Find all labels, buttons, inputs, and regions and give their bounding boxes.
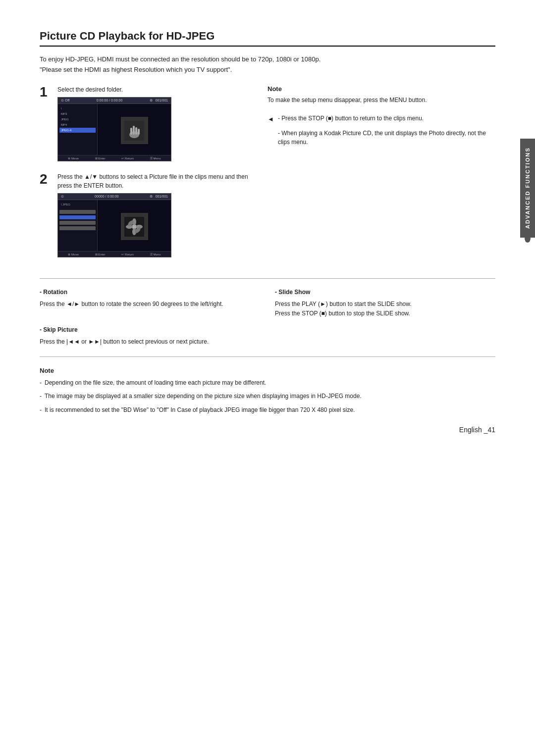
screen-1-main — [98, 104, 171, 157]
bottom-note-item-2: - The image may be displayed at a smalle… — [40, 392, 495, 401]
step-2-block: 2 Press the ▲/▼ buttons to select a Pict… — [40, 172, 253, 257]
screen-2-btn-move: ⊕ Move — [68, 252, 78, 256]
skip-picture-text: Press the |◄◄ or ►►| button to select pr… — [40, 337, 495, 347]
screen-2-nav-label: \ JPEG — [59, 202, 96, 207]
rotation-section: - Rotation Press the ◄/► button to rotat… — [40, 289, 260, 318]
screen-1-bottom-bar: ⊕ Move ⊞ Enter ↩ Return ☰ Menu — [58, 155, 171, 161]
bottom-note-text-1: Depending on the file size, the amount o… — [45, 378, 266, 388]
screen-2-thumbnail — [121, 213, 148, 240]
screen-1-body: \ MP3 JPEG MP4 JPEG-A — [58, 104, 171, 157]
side-tab-text: ADVANCED FUNCTIONS — [525, 148, 531, 229]
screen-1-btn-return: ↩ Return — [121, 156, 134, 160]
slideshow-title: - Slide Show — [275, 289, 495, 296]
screen-2-file-3 — [59, 221, 96, 225]
skip-picture-title: - Skip Picture — [40, 326, 495, 333]
intro-text: To enjoy HD-JPEG, HDMI must be connected… — [40, 54, 495, 75]
main-content: 1 Select the desired folder. ⊙ Off 0:00:… — [40, 85, 495, 268]
note-1-text: To make the setup menu disappear, press … — [268, 96, 495, 105]
svg-rect-3 — [130, 128, 132, 135]
bottom-note-item-3: - It is recommended to set the "BD Wise"… — [40, 405, 495, 415]
step-2-text: Press the ▲/▼ buttons to select a Pictur… — [57, 172, 253, 190]
screen-1-top-bar: ⊙ Off 0:00:00 / 0:00:00 ⚙ 001/001 — [58, 98, 171, 104]
side-tab: ADVANCED FUNCTIONS — [520, 139, 535, 238]
step-1-content: Select the desired folder. ⊙ Off 0:00:00… — [57, 85, 171, 161]
bottom-note-section: Note - Depending on the file size, the a… — [40, 367, 495, 415]
screen-2-body: \ JPEG — [58, 200, 171, 253]
screen-1-nav-jpeg: JPEG — [59, 117, 96, 122]
slideshow-text-1: Press the PLAY (►) button to start the S… — [275, 300, 495, 309]
divider-1 — [40, 278, 495, 279]
screen-2-btn-enter: ⊞ Enter — [95, 252, 106, 256]
bottom-note-dash-3: - — [40, 405, 42, 415]
svg-rect-2 — [133, 126, 135, 135]
screen-1-mockup: ⊙ Off 0:00:00 / 0:00:00 ⚙ 001/001 \ MP3 … — [57, 97, 171, 161]
step-1-block: 1 Select the desired folder. ⊙ Off 0:00:… — [40, 85, 253, 161]
bullet-item-2: ◄ - When playing a Kodak Picture CD, the… — [268, 129, 495, 147]
screen-1-disc-icon: ⊙ Off — [61, 99, 69, 102]
bullet-2-text: - When playing a Kodak Picture CD, the u… — [278, 129, 495, 147]
right-column: Note To make the setup menu disappear, p… — [268, 85, 495, 268]
page-number-text: English _41 — [459, 426, 495, 434]
bottom-note-dash-2: - — [40, 392, 42, 401]
bullet-1-arrow: ◄ — [268, 114, 274, 124]
screen-1-nav-mp4: MP4 — [59, 122, 96, 127]
side-tab-dot — [525, 236, 531, 242]
bullet-item-1: ◄ - Press the STOP (■) button to return … — [268, 114, 495, 124]
note-1-title: Note — [268, 85, 495, 93]
svg-rect-5 — [138, 129, 140, 135]
slideshow-section: - Slide Show Press the PLAY (►) button t… — [275, 289, 495, 318]
screen-2-thumb-image — [124, 217, 144, 237]
slideshow-text-2: Press the STOP (■) button to stop the SL… — [275, 309, 495, 318]
screen-2-file-1 — [59, 210, 96, 214]
screen-1-nav-mp3: MP3 — [59, 111, 96, 116]
rotation-title: - Rotation — [40, 289, 260, 296]
page-container: Picture CD Playback for HD-JPEG To enjoy… — [0, 0, 535, 449]
bottom-note-text-2: The image may be displayed at a smaller … — [45, 392, 362, 401]
screen-1-btn-enter: ⊞ Enter — [95, 156, 106, 160]
screen-1-sidebar: \ MP3 JPEG MP4 JPEG-A — [58, 104, 98, 157]
intro-line2: "Please set the HDMI as highest Resoluti… — [40, 65, 495, 75]
svg-rect-4 — [135, 127, 137, 135]
screen-1-counter: ⚙ 001/001 — [150, 99, 168, 102]
bottom-note-dash-1: - — [40, 378, 42, 388]
intro-line1: To enjoy HD-JPEG, HDMI must be connected… — [40, 54, 495, 65]
screen-2-btn-menu: ☰ Menu — [150, 252, 161, 256]
screen-1-thumbnail — [121, 117, 148, 144]
screen-2-btn-return: ↩ Return — [121, 252, 134, 256]
page-number: English _41 — [459, 426, 495, 434]
divider-2 — [40, 356, 495, 357]
screen-1-btn-move: ⊕ Move — [68, 156, 78, 160]
skip-picture-section: - Skip Picture Press the |◄◄ or ►►| butt… — [40, 326, 495, 347]
screen-2-main — [98, 200, 171, 253]
screen-2-disc-icon: ⊙ — [61, 195, 64, 199]
screen-2-top-bar: ⊙ 00000 / 0:00:00 ⚙ 001/001 — [58, 194, 171, 200]
step-2-content: Press the ▲/▼ buttons to select a Pictur… — [57, 172, 253, 257]
step-1-number: 1 — [40, 85, 51, 99]
left-column: 1 Select the desired folder. ⊙ Off 0:00:… — [40, 85, 253, 268]
screen-1-nav-back: \ — [59, 106, 96, 111]
screen-1-btn-menu: ☰ Menu — [150, 156, 161, 160]
page-title: Picture CD Playback for HD-JPEG — [40, 30, 495, 47]
screen-2-time: 00000 / 0:00:00 — [95, 195, 119, 198]
rotation-text: Press the ◄/► button to rotate the scree… — [40, 300, 260, 309]
bottom-note-title: Note — [40, 367, 495, 374]
bullet-1-text: - Press the STOP (■) button to return to… — [278, 114, 424, 124]
screen-1-time: 0:00:00 / 0:00:00 — [97, 99, 123, 102]
screen-1-nav-jpeg-a: JPEG-A — [59, 128, 96, 133]
screen-2-counter: ⚙ 001/001 — [150, 195, 168, 199]
step-1-text: Select the desired folder. — [57, 85, 171, 94]
note-box-1: Note To make the setup menu disappear, p… — [268, 85, 495, 105]
screen-2-file-2 — [59, 215, 96, 219]
screen-2-mockup: ⊙ 00000 / 0:00:00 ⚙ 001/001 \ JPEG — [57, 193, 171, 257]
screen-2-bottom-bar: ⊕ Move ⊞ Enter ↩ Return ☰ Menu — [58, 251, 171, 257]
sub-sections-row: - Rotation Press the ◄/► button to rotat… — [40, 289, 495, 318]
screen-1-thumb-image — [124, 121, 144, 141]
bottom-note-text-3: It is recommended to set the "BD Wise" t… — [45, 405, 355, 415]
step-2-number: 2 — [40, 172, 51, 186]
screen-2-sidebar: \ JPEG — [58, 200, 98, 253]
bottom-note-item-1: - Depending on the file size, the amount… — [40, 378, 495, 388]
screen-2-file-4 — [59, 226, 96, 230]
